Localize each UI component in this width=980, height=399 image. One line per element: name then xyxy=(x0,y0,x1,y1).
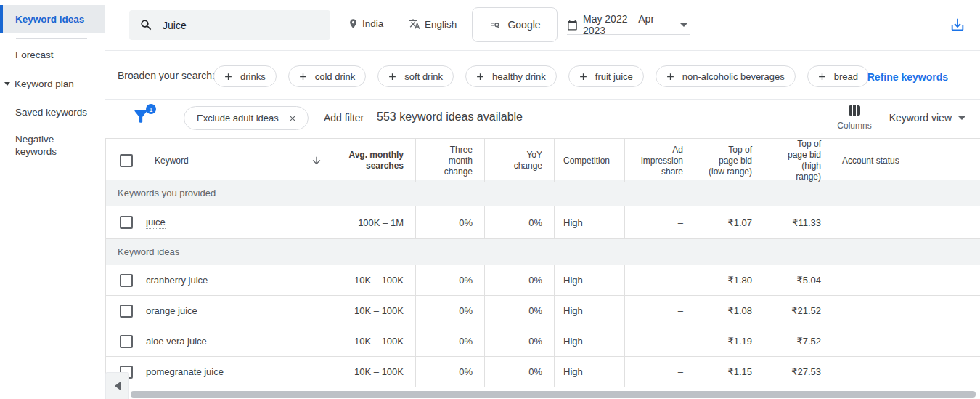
view-selector-value: Keyword view xyxy=(889,112,952,124)
column-header[interactable]: YoY change xyxy=(484,139,554,182)
broaden-chip-fruit-juice[interactable]: fruit juice xyxy=(568,65,644,87)
chip-label: non-alcoholic beverages xyxy=(682,71,785,82)
cell-ad_impression_share: – xyxy=(624,206,695,238)
keyword-view-selector[interactable]: Keyword view xyxy=(889,112,965,124)
language-selector[interactable]: English xyxy=(409,18,457,30)
plus-icon xyxy=(298,71,309,82)
cell-avg_monthly_searches: 10K – 100K xyxy=(303,326,415,356)
close-icon[interactable] xyxy=(287,113,298,124)
cell-top_of_page_bid_high: ₹21.52 xyxy=(764,296,833,326)
sidebar-item-keyword-ideas[interactable]: Keyword ideas xyxy=(0,5,105,33)
broaden-chip-non-alcoholic-beverages[interactable]: non-alcoholic beverages xyxy=(656,65,796,87)
cell-competition: High xyxy=(554,357,624,387)
cell-account_status xyxy=(833,357,980,387)
section-band: Keyword ideas xyxy=(106,239,980,265)
cell-account_status xyxy=(833,326,980,356)
broaden-chips: drinkscold drinksoft drinkhealthy drinkf… xyxy=(213,65,869,87)
column-header[interactable]: Keyword xyxy=(146,139,303,182)
sidebar-item-keyword-plan[interactable]: Keyword plan xyxy=(0,76,105,92)
row-checkbox-cell xyxy=(106,206,146,238)
plus-icon xyxy=(387,71,398,82)
date-range-selector[interactable]: May 2022 – Apr 2023 xyxy=(567,15,690,35)
location-selector[interactable]: India xyxy=(348,18,383,29)
cell-top_of_page_bid_low: ₹1.80 xyxy=(695,265,764,295)
row-checkbox[interactable] xyxy=(120,335,133,348)
broaden-chip-soft-drink[interactable]: soft drink xyxy=(377,65,454,87)
row-checkbox[interactable] xyxy=(120,216,133,229)
cell-top_of_page_bid_high: ₹7.52 xyxy=(764,326,833,356)
column-header[interactable]: Three month change xyxy=(415,139,484,182)
sidebar-item-negative-keywords[interactable]: Negative keywords xyxy=(0,133,80,159)
chip-label: drinks xyxy=(240,71,266,82)
filter-button[interactable]: 1 xyxy=(131,107,155,130)
sidebar: Keyword ideas Forecast Keyword plan Save… xyxy=(0,0,105,399)
table-row: pomegranate juice10K – 100K0%0%High–₹1.1… xyxy=(106,357,980,387)
cell-avg_monthly_searches: 10K – 100K xyxy=(303,265,415,295)
section-band: Keywords you provided xyxy=(106,180,980,206)
row-checkbox-cell xyxy=(106,296,146,326)
cell-competition: High xyxy=(554,206,624,238)
row-checkbox-cell xyxy=(106,265,146,295)
chevron-down-icon xyxy=(680,23,687,27)
cell-three_month_change: 0% xyxy=(415,296,484,326)
column-header[interactable]: Ad impression share xyxy=(624,139,695,182)
sidebar-item-label: Keyword plan xyxy=(15,78,74,90)
table-row: juice100K – 1M0%0%High–₹1.07₹11.33 xyxy=(106,206,980,239)
sort-descending-icon xyxy=(311,155,322,166)
cell-account_status xyxy=(833,265,980,295)
chip-label: fruit juice xyxy=(595,71,633,82)
sidebar-item-saved-keywords[interactable]: Saved keywords xyxy=(0,104,105,120)
columns-button[interactable]: Columns xyxy=(834,105,875,131)
horizontal-scrollbar[interactable] xyxy=(131,391,976,398)
row-checkbox[interactable] xyxy=(120,305,133,318)
cell-top_of_page_bid_high: ₹27.53 xyxy=(764,357,833,387)
column-header[interactable]: Top of page bid (high range) xyxy=(764,139,833,182)
broaden-chip-bread[interactable]: bread xyxy=(807,65,869,87)
refine-keywords-link[interactable]: Refine keywords xyxy=(867,71,948,83)
cell-ad_impression_share: – xyxy=(624,326,695,356)
download-button[interactable] xyxy=(950,17,967,34)
search-network-icon xyxy=(489,18,502,31)
column-header[interactable]: Top of page bid (low range) xyxy=(695,139,764,182)
cell-keyword: orange juice xyxy=(146,296,303,326)
cell-competition: High xyxy=(554,326,624,356)
sidebar-item-forecast[interactable]: Forecast xyxy=(0,47,105,63)
cell-avg_monthly_searches: 10K – 100K xyxy=(303,357,415,387)
broaden-chip-cold-drink[interactable]: cold drink xyxy=(288,65,367,87)
broaden-chip-drinks[interactable]: drinks xyxy=(213,65,277,87)
columns-icon xyxy=(849,105,860,116)
collapse-panel-tab[interactable] xyxy=(105,372,129,399)
language-value: English xyxy=(425,19,457,30)
plus-icon xyxy=(223,71,234,82)
column-header[interactable]: Avg. monthly searches xyxy=(303,139,415,182)
cell-top_of_page_bid_low: ₹1.07 xyxy=(695,206,764,238)
location-value: India xyxy=(362,18,383,29)
cell-competition: High xyxy=(554,265,624,295)
plus-icon xyxy=(578,71,589,82)
filter-chip-exclude-adult-ideas[interactable]: Exclude adult ideas xyxy=(184,106,309,130)
add-filter-button[interactable]: Add filter xyxy=(324,112,364,124)
cell-avg_monthly_searches: 100K – 1M xyxy=(303,206,415,238)
columns-label: Columns xyxy=(834,121,875,131)
cell-yoy_change: 0% xyxy=(484,265,554,295)
column-header[interactable]: Competition xyxy=(554,139,624,182)
header-checkbox-cell xyxy=(106,139,146,182)
row-checkbox[interactable] xyxy=(120,274,133,287)
cell-keyword: pomegranate juice xyxy=(146,357,303,387)
column-header[interactable]: Account status xyxy=(833,139,980,182)
keyword-search-input[interactable]: Juice xyxy=(129,10,330,40)
chip-label: soft drink xyxy=(404,71,443,82)
results-count-text: 553 keyword ideas available xyxy=(377,110,523,124)
cell-ad_impression_share: – xyxy=(624,296,695,326)
cell-account_status xyxy=(833,206,980,238)
cell-top_of_page_bid_low: ₹1.08 xyxy=(695,296,764,326)
search-network-selector[interactable]: Google xyxy=(472,7,558,42)
select-all-checkbox[interactable] xyxy=(120,154,133,167)
cell-top_of_page_bid_high: ₹5.04 xyxy=(764,265,833,295)
filter-chip-label: Exclude adult ideas xyxy=(197,113,279,124)
cell-competition: High xyxy=(554,296,624,326)
chip-label: bread xyxy=(834,71,858,82)
cell-ad_impression_share: – xyxy=(624,357,695,387)
broaden-chip-healthy-drink[interactable]: healthy drink xyxy=(465,65,557,87)
search-value: Juice xyxy=(163,20,187,31)
